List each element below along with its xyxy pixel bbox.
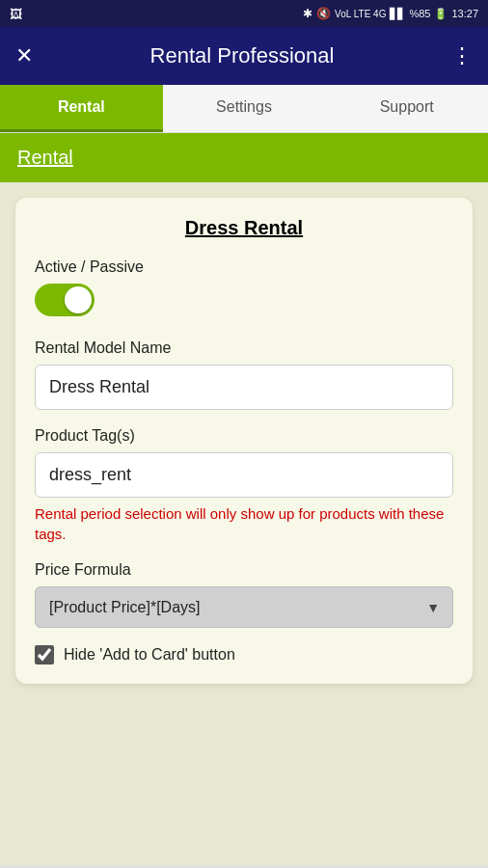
card-title: Dress Rental <box>35 217 453 239</box>
tab-rental[interactable]: Rental <box>0 85 163 132</box>
section-header: Rental <box>0 133 488 182</box>
status-bar-left: 🖼 <box>10 7 22 21</box>
tab-rental-label: Rental <box>58 98 105 116</box>
product-tag-group: Product Tag(s) Rental period selection w… <box>35 427 453 544</box>
price-formula-group: Price Formula [Product Price]*[Days] [Pr… <box>35 561 453 628</box>
hide-add-to-card-label: Hide 'Add to Card' button <box>64 646 235 664</box>
rental-model-name-label: Rental Model Name <box>35 339 453 357</box>
app-bar: ✕ Rental Professional ⋮ <box>0 27 488 85</box>
toggle-row: Active / Passive <box>35 258 453 320</box>
status-bar-right: ✱ 🔇 VoL LTE 4G ▋▋ %85 🔋 13:27 <box>303 7 478 20</box>
time-label: 13:27 <box>451 8 478 19</box>
hide-add-to-card-row: Hide 'Add to Card' button <box>35 645 453 665</box>
price-formula-label: Price Formula <box>35 561 453 579</box>
product-tag-hint: Rental period selection will only show u… <box>35 503 453 544</box>
price-formula-dropdown-wrapper: [Product Price]*[Days] [Product Price]*[… <box>35 586 453 628</box>
signal-icon: ▋▋ <box>390 8 405 20</box>
battery-label: %85 <box>409 8 430 19</box>
hide-add-to-card-checkbox[interactable] <box>35 645 54 665</box>
close-icon[interactable]: ✕ <box>15 43 33 68</box>
rental-card: Dress Rental Active / Passive Rental Mod… <box>15 198 473 684</box>
tab-settings-label: Settings <box>216 98 272 116</box>
rental-model-name-input[interactable] <box>35 365 453 410</box>
bluetooth-icon: ✱ <box>303 7 312 20</box>
tab-support-label: Support <box>380 98 434 116</box>
toggle-knob <box>65 286 92 313</box>
tab-support[interactable]: Support <box>325 85 488 132</box>
product-tag-label: Product Tag(s) <box>35 427 453 445</box>
price-formula-select[interactable]: [Product Price]*[Days] [Product Price]*[… <box>35 586 453 628</box>
active-passive-toggle[interactable] <box>35 284 95 316</box>
content-area: Dress Rental Active / Passive Rental Mod… <box>0 182 488 865</box>
rental-model-name-group: Rental Model Name <box>35 339 453 410</box>
battery-icon: 🔋 <box>434 8 447 20</box>
network-label: VoL LTE 4G <box>335 9 386 19</box>
menu-icon[interactable]: ⋮ <box>451 43 473 68</box>
section-header-text: Rental <box>17 147 73 168</box>
tab-bar: Rental Settings Support <box>0 85 488 133</box>
camera-icon: 🖼 <box>10 7 22 21</box>
app-title: Rental Professional <box>33 43 451 68</box>
status-bar: 🖼 ✱ 🔇 VoL LTE 4G ▋▋ %85 🔋 13:27 <box>0 0 488 27</box>
product-tag-input[interactable] <box>35 452 453 498</box>
toggle-label: Active / Passive <box>35 258 453 276</box>
mute-icon: 🔇 <box>316 7 331 20</box>
tab-settings[interactable]: Settings <box>163 85 326 132</box>
